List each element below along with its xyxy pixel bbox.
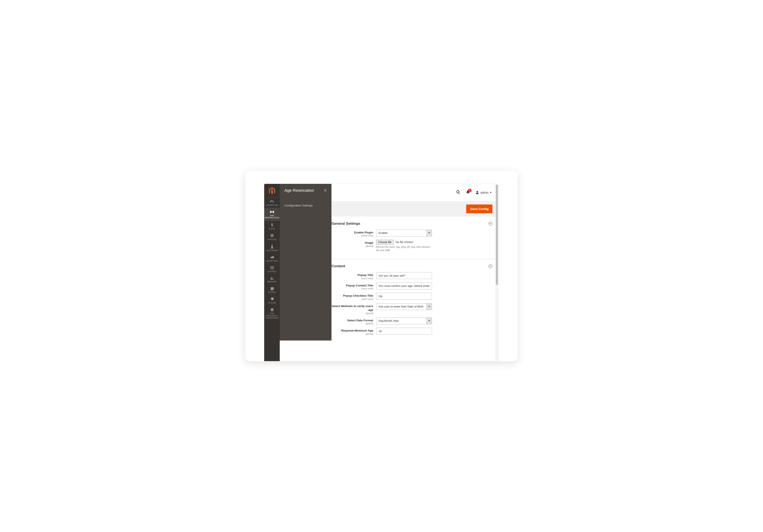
field-popup-checkbox-title: Popup Checkbox Title [store view] <box>331 293 495 300</box>
field-label: Select Date Format <box>347 319 373 322</box>
notification-badge: 1 <box>468 189 472 192</box>
nav-catalog[interactable]: Catalog <box>264 231 280 242</box>
nav-label: Age Restrication <box>265 215 279 219</box>
field-verify-method: Select Methods to verify users age [glob… <box>331 303 495 314</box>
chevron-down-icon <box>426 229 432 236</box>
topbar: 1 admin <box>331 184 495 201</box>
main-sidebar: Dashboard Age Restrication $ Sales Catal… <box>264 184 280 361</box>
nav-label: Content <box>268 270 277 273</box>
section-header-general[interactable]: General Settings <box>331 217 495 229</box>
field-scope: [global] <box>331 245 373 247</box>
nav-label: System <box>268 302 276 304</box>
select-value: Ask user to enter their Date of Birth <box>376 303 432 310</box>
section-header-content[interactable]: Content <box>331 259 495 272</box>
nav-customers[interactable]: Customers <box>264 242 280 253</box>
popup-title-input[interactable] <box>376 272 432 279</box>
close-icon[interactable]: ✕ <box>324 188 327 193</box>
section-general: General Settings Enable Plugin [store vi… <box>331 217 495 259</box>
section-title: Content <box>331 264 345 268</box>
select-value: Day,Month,Year <box>376 317 432 324</box>
popup-checkbox-title-input[interactable] <box>376 293 432 300</box>
nav-reports[interactable]: Reports <box>264 274 280 285</box>
field-scope: [global] <box>331 333 373 335</box>
nav-label: Marketing <box>266 260 278 262</box>
user-name: admin <box>481 191 489 194</box>
browser-frame: Dashboard Age Restrication $ Sales Catal… <box>264 184 499 361</box>
collapse-icon <box>489 264 492 268</box>
action-bar: Save Config <box>331 201 495 217</box>
app-window: Dashboard Age Restrication $ Sales Catal… <box>245 171 518 361</box>
choose-file-button[interactable]: Choose file <box>376 240 393 244</box>
svg-text:$: $ <box>271 223 273 227</box>
nav-dashboard[interactable]: Dashboard <box>264 198 280 208</box>
scrollbar-thumb[interactable] <box>496 185 498 285</box>
field-label: Popup Checkbox Title <box>343 294 373 297</box>
chevron-down-icon <box>490 192 491 193</box>
config-body: General Settings Enable Plugin [store vi… <box>331 217 495 346</box>
nav-label: Reports <box>268 281 276 283</box>
field-scope: [global] <box>331 312 373 314</box>
field-scope: [global] <box>331 322 373 325</box>
submenu-title: Age Restrication <box>284 188 314 193</box>
file-status: No file chosen <box>395 240 413 244</box>
field-enable-plugin: Enable Plugin [store view] Enable <box>331 229 495 237</box>
field-label: Required Minimum Age <box>341 329 373 332</box>
nav-label: Dashboard <box>266 204 278 206</box>
field-label: Image <box>365 241 373 244</box>
user-menu[interactable]: admin <box>476 191 491 195</box>
chevron-down-icon <box>426 317 432 324</box>
nav-marketing[interactable]: Marketing <box>264 253 280 264</box>
user-icon <box>476 191 479 195</box>
verify-method-select[interactable]: Ask user to enter their Date of Birth <box>376 303 432 310</box>
search-icon[interactable] <box>456 190 461 195</box>
field-label: Popup Content Title <box>346 284 373 287</box>
select-value: Enable <box>376 229 432 236</box>
enable-plugin-select[interactable]: Enable <box>376 229 432 236</box>
notifications-icon[interactable]: 1 <box>466 190 470 195</box>
field-scope: [store view] <box>331 277 373 280</box>
nav-sales[interactable]: $ Sales <box>264 221 280 231</box>
field-label: Enable Plugin <box>354 231 373 234</box>
submenu-header: Age Restrication ✕ <box>280 184 331 195</box>
nav-system[interactable]: System <box>264 295 280 306</box>
field-min-age: Required Minimum Age [global] <box>331 328 495 335</box>
field-label: Popup Title <box>358 273 373 277</box>
collapse-icon <box>489 222 492 225</box>
field-date-format: Select Date Format [global] Day,Month,Ye… <box>331 317 495 325</box>
field-scope: [store view] <box>331 234 373 237</box>
scrollbar[interactable] <box>495 184 498 361</box>
nav-label: Find Partners & Extensions <box>266 312 278 319</box>
date-format-select[interactable]: Day,Month,Year <box>376 317 432 324</box>
field-hint: Allowed file types: jpg, jpeg, gif, png,… <box>376 245 432 252</box>
section-content: Content Popup Title [store view] <box>331 259 495 342</box>
field-scope: [store view] <box>331 298 373 300</box>
nav-content[interactable]: Content <box>264 264 280 274</box>
field-scope: [store view] <box>331 287 373 290</box>
field-label: Select Methods to verify users age <box>332 305 373 312</box>
nav-label: Sales <box>269 228 275 230</box>
main-content: 1 admin Save Config General Settings <box>331 184 499 361</box>
popup-content-title-input[interactable] <box>376 283 432 289</box>
section-title: General Settings <box>331 222 360 226</box>
save-config-button[interactable]: Save Config <box>466 205 492 213</box>
magento-logo[interactable] <box>264 184 280 198</box>
field-popup-title: Popup Title [store view] <box>331 272 495 280</box>
nav-age-restriction[interactable]: Age Restrication <box>264 208 280 221</box>
min-age-input[interactable] <box>376 328 432 334</box>
nav-partners[interactable]: Find Partners & Extensions <box>264 306 280 321</box>
submenu-panel: Age Restrication ✕ Configuration Setting… <box>280 184 331 340</box>
field-popup-content-title: Popup Content Title [store view] <box>331 283 495 290</box>
submenu-item-config[interactable]: Configuration Settings <box>280 195 331 209</box>
nav-stores[interactable]: Stores <box>264 285 280 295</box>
nav-label: Customers <box>266 249 278 251</box>
nav-label: Stores <box>268 291 276 293</box>
nav-label: Catalog <box>268 238 276 240</box>
field-image: Image [global] Choose file No file chose… <box>331 240 495 252</box>
chevron-down-icon <box>426 303 432 310</box>
